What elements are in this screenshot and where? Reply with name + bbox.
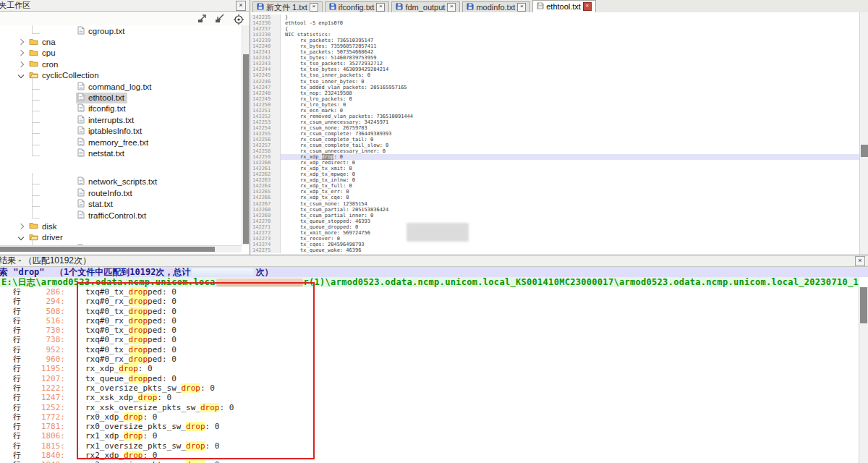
search-result-row[interactable]: 行1849:rx2_oversize_pkts_sw_drop: 0 <box>0 460 859 463</box>
folder-icon <box>29 221 38 231</box>
tree-item-inner: interrupts.txt <box>76 114 137 125</box>
tab--1-txt[interactable]: 新文件 1.txt× <box>252 1 323 12</box>
tree-item-label: cpu <box>42 48 56 57</box>
line-number: 142243 <box>250 61 281 67</box>
editor-line[interactable]: 142265 rx_xdp_tx_err: 0 <box>250 189 860 195</box>
tab-close-icon[interactable]: × <box>447 3 456 12</box>
chevron-right-icon[interactable] <box>18 39 24 45</box>
editor-line[interactable]: 142248 tx_nop: 232419588 <box>250 90 860 96</box>
editor-line[interactable]: 142258 rx_csum_unnecessary_inner: 0 <box>250 148 860 154</box>
tree-file-cgroup-txt[interactable]: cgroup.txt <box>0 25 242 36</box>
editor-line[interactable]: 142259 rx_xdp_drop: 0 <box>250 154 860 160</box>
chevron-right-icon[interactable] <box>18 50 24 56</box>
editor-line[interactable]: 142250 rx_lro_bytes: 0 <box>250 102 860 108</box>
result-line-number: 1252: <box>23 403 65 412</box>
line-text: tx_cqes: 204596498793 <box>281 242 860 247</box>
tree-folder-cron[interactable]: cron <box>0 59 242 69</box>
editor-line[interactable]: 142244 tx_tso_bytes: 463099429284214 <box>250 67 860 72</box>
editor-line[interactable]: 142272 tx_xmit_more: 569724756 <box>250 230 860 236</box>
file-icon <box>77 103 85 114</box>
tree-horizontal-scrollbar-thumb[interactable] <box>0 247 215 252</box>
editor-line[interactable]: 142249 rx_lro_packets: 0 <box>250 96 860 102</box>
line-number: 142267 <box>250 201 281 207</box>
editor-line[interactable]: 142267 tx_csum_none: 12385154 <box>250 201 860 207</box>
tab-close-icon[interactable]: × <box>583 2 592 11</box>
editor-line[interactable]: 142252 rx_removed_vlan_packets: 73651009… <box>250 114 860 119</box>
editor-line[interactable]: 142251 rx_ecn_mark: 0 <box>250 108 860 114</box>
editor-line[interactable]: 142247 tx_added_vlan_packets: 2051659571… <box>250 85 860 90</box>
tree-item-inner: cgroup.txt <box>76 25 128 36</box>
editor-line[interactable]: 142273 tx_recover: 0 <box>250 236 860 242</box>
annotation-red-box <box>77 282 315 459</box>
results-vertical-scrollbar[interactable] <box>859 287 868 463</box>
editor-line[interactable]: 142266 rx_xdp_tx_cqe: 0 <box>250 195 860 200</box>
editor-line[interactable]: 142243 tx_tso_packets: 35272932712 <box>250 61 860 67</box>
editor-line[interactable]: 142257 rx_csum_complete_tail_slow: 0 <box>250 143 860 148</box>
editor-line[interactable]: 142260 rx_xdp_redirect: 0 <box>250 160 860 166</box>
editor-line[interactable]: 142261 rx_xdp_tx_xmit: 0 <box>250 166 860 171</box>
tree-folder-disk[interactable]: disk <box>0 221 242 232</box>
expand-all-icon[interactable] <box>197 14 208 24</box>
tree-folder-cpu[interactable]: cpu <box>0 48 242 59</box>
tab-close-icon[interactable]: × <box>376 3 385 12</box>
result-row-prefix: 行 <box>13 383 23 393</box>
editor-line[interactable]: 142235} <box>250 14 860 20</box>
editor-vertical-scrollbar-thumb[interactable] <box>861 145 868 157</box>
editor-line[interactable]: 142242 tx_bytes: 514607839753959 <box>250 55 860 61</box>
tab-ethtool-txt[interactable]: ethtool.txt× <box>532 0 596 12</box>
editor-line[interactable]: 142255 rx_csum_complete: 736449389393 <box>250 131 860 137</box>
collapse-all-icon[interactable] <box>214 14 226 24</box>
editor-line[interactable]: 142236ethtool -S enp1s0f0 <box>250 20 860 26</box>
editor-line[interactable]: 142245 tx_tso_inner_packets: 0 <box>250 72 860 78</box>
editor-line[interactable]: 142275 tx_queue_wake: 46396 <box>250 247 860 253</box>
editor-line[interactable]: 142239 rx_packets: 736510395147 <box>250 38 860 43</box>
editor-line[interactable]: 142270 tx_queue_stopped: 46393 <box>250 218 860 224</box>
editor-line[interactable]: 142271 tx_queue_dropped: 0 <box>250 224 860 230</box>
tab-close-icon[interactable]: × <box>517 3 526 12</box>
chevron-right-icon[interactable] <box>18 61 24 67</box>
editor-line[interactable]: 142246 tx_tso_inner_bytes: 0 <box>250 79 860 85</box>
chevron-down-icon[interactable] <box>18 234 24 240</box>
editor-line[interactable]: 142253 rx_csum_unnecessary: 34245971 <box>250 119 860 125</box>
editor-vertical-scrollbar[interactable] <box>859 12 868 255</box>
editor-line[interactable]: 142262 rx_xdp_tx_mpwqe: 0 <box>250 171 860 177</box>
results-close-icon[interactable]: × <box>855 256 865 266</box>
editor-text-area[interactable]: 142235}142236ethtool -S enp1s0f0142237{1… <box>250 12 860 257</box>
editor-line[interactable]: 142240 rx_bytes: 735960572057411 <box>250 43 860 49</box>
line-text: rx_bytes: 735960572057411 <box>281 43 860 49</box>
tab-modinfo-txt[interactable]: modinfo.txt× <box>462 1 530 12</box>
tree-file-netstat-txt[interactable]: netstat.txt <box>0 148 242 158</box>
editor-line[interactable]: 142256 rx_csum_complete_tail: 0 <box>250 137 860 143</box>
chevron-down-icon[interactable] <box>18 72 24 78</box>
tree-vertical-scrollbar-thumb[interactable] <box>243 54 249 244</box>
line-number: 142249 <box>250 96 281 102</box>
line-number: 142273 <box>250 236 281 242</box>
editor-line[interactable]: 142263 rx_xdp_tx_inlnw: 0 <box>250 177 860 183</box>
line-number: 142268 <box>250 207 281 213</box>
tab-ifconfig-txt[interactable]: ifconfig.txt× <box>325 1 390 12</box>
tree-vertical-scrollbar[interactable] <box>242 25 250 245</box>
line-text: rx_csum_unnecessary: 34245971 <box>281 119 860 125</box>
tab-label: ethtool.txt <box>546 2 581 11</box>
tree-horizontal-scrollbar[interactable] <box>0 245 242 252</box>
workspace-close-icon[interactable]: × <box>236 1 246 11</box>
editor-line[interactable]: 142264 rx_xdp_tx_full: 0 <box>250 183 860 189</box>
editor-line[interactable]: 142274 tx_cqes: 204596498793 <box>250 242 860 247</box>
editor-line[interactable]: 142254 rx_csum_none: 26759783 <box>250 125 860 131</box>
tab-fdm-output[interactable]: fdm_output× <box>391 1 460 12</box>
tab-close-icon[interactable]: × <box>310 3 318 12</box>
editor-line[interactable]: 142237{ <box>250 26 860 32</box>
locate-file-icon[interactable] <box>233 14 244 24</box>
folder-icon <box>29 59 38 69</box>
line-text: tx_tso_bytes: 463099429284214 <box>281 67 860 72</box>
tree-file-trafficcontrol-txt[interactable]: trafficControl.txt <box>0 210 242 221</box>
editor-line[interactable]: 142268 tx_csum_partial: 205153836424 <box>250 207 860 213</box>
file-tree: cgroup.txtcnacpucroncyclicCollectioncomm… <box>0 25 242 245</box>
results-vertical-scrollbar-thumb[interactable] <box>860 287 867 323</box>
editor-line[interactable]: 142238NIC statistics: <box>250 32 860 38</box>
editor-line[interactable]: 142241 tx_packets: 507354668642 <box>250 49 860 55</box>
editor-line[interactable]: 142269 tx_csum_partial_inner: 0 <box>250 213 860 218</box>
tree-folder-cna[interactable]: cna <box>0 36 242 47</box>
line-number: 142246 <box>250 79 281 85</box>
chevron-right-icon[interactable] <box>18 224 24 229</box>
